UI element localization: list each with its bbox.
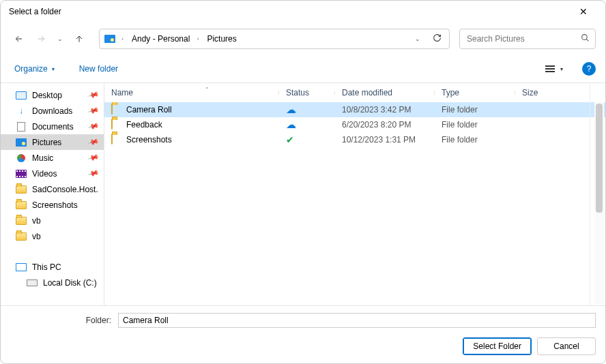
folder-icon: [16, 215, 27, 226]
sidebar-item-label: Pictures: [32, 138, 61, 147]
list-view-icon: [545, 65, 555, 72]
desktop-icon: [16, 90, 27, 101]
column-date[interactable]: Date modified: [335, 88, 435, 97]
close-button[interactable]: ✕: [570, 6, 597, 17]
folder-label: Folder:: [10, 316, 111, 325]
column-size[interactable]: Size: [515, 88, 605, 97]
folder-input[interactable]: [118, 313, 596, 328]
picture-icon: [16, 137, 27, 148]
search-icon: [581, 33, 590, 44]
sidebar: Desktop 📌 ↓ Downloads 📌 Documents 📌 Pict…: [1, 83, 104, 305]
folder-icon: [111, 134, 122, 145]
chevron-down-icon: ▾: [560, 66, 563, 72]
help-button[interactable]: ?: [582, 62, 596, 76]
new-folder-button[interactable]: New folder: [75, 61, 122, 76]
footer: Folder: Select Folder Cancel: [1, 305, 605, 363]
window-title: Select a folder: [9, 7, 570, 16]
file-name: Screenshots: [126, 135, 172, 145]
folder-icon: [16, 231, 27, 242]
breadcrumb-segment[interactable]: Pictures: [203, 34, 240, 44]
synced-icon: ✔: [286, 134, 294, 145]
scrollbar[interactable]: [594, 102, 604, 304]
breadcrumb-segment[interactable]: Andy - Personal: [128, 34, 194, 44]
sidebar-item-label: Screenshots: [32, 200, 78, 210]
sidebar-item-label: Documents: [32, 122, 74, 132]
file-date: 10/12/2023 1:31 PM: [335, 135, 435, 145]
sidebar-item-label: Music: [32, 153, 53, 163]
sidebar-item-music[interactable]: Music 📌: [1, 150, 104, 166]
body: Desktop 📌 ↓ Downloads 📌 Documents 📌 Pict…: [1, 82, 605, 305]
pin-icon: 📌: [87, 89, 100, 101]
sidebar-item-vb[interactable]: vb: [1, 228, 104, 244]
file-type: File folder: [435, 120, 515, 130]
search-input[interactable]: [465, 33, 581, 44]
sidebar-item-desktop[interactable]: Desktop 📌: [1, 87, 104, 103]
folder-icon: [111, 104, 122, 115]
pc-icon: [16, 262, 27, 273]
refresh-button[interactable]: [427, 33, 446, 44]
table-row[interactable]: Feedback ☁ 6/20/2023 8:20 PM File folder: [104, 117, 605, 132]
forward-button[interactable]: [32, 30, 50, 48]
nav-bar: ⌄ › Andy - Personal › Pictures ⌄: [1, 22, 605, 55]
cancel-button[interactable]: Cancel: [537, 337, 596, 355]
column-name[interactable]: Name ˄: [104, 88, 279, 97]
disk-icon: [27, 277, 38, 288]
sidebar-item-sadconsole[interactable]: SadConsole.Host.: [1, 181, 104, 197]
pin-icon: 📌: [87, 151, 100, 164]
column-headers: Name ˄ Status Date modified Type Size: [104, 83, 605, 102]
svg-point-0: [582, 35, 588, 40]
file-type: File folder: [435, 135, 515, 145]
sidebar-item-documents[interactable]: Documents 📌: [1, 119, 104, 134]
column-status[interactable]: Status: [279, 88, 335, 97]
sidebar-item-screenshots[interactable]: Screenshots: [1, 197, 104, 213]
sidebar-item-videos[interactable]: Videos 📌: [1, 166, 104, 181]
file-name: Camera Roll: [126, 105, 172, 115]
sidebar-item-this-pc[interactable]: This PC: [1, 259, 104, 275]
select-folder-button[interactable]: Select Folder: [463, 337, 532, 355]
sidebar-item-local-disk[interactable]: Local Disk (C:): [1, 275, 104, 290]
document-icon: [16, 121, 27, 132]
file-rows: Camera Roll ☁ 10/8/2023 3:42 PM File fol…: [104, 102, 605, 305]
sidebar-item-label: Downloads: [32, 106, 72, 116]
organize-label: Organize: [14, 64, 48, 74]
recent-locations-button[interactable]: ⌄: [54, 30, 66, 48]
cloud-icon: ☁: [286, 119, 296, 131]
music-icon: [16, 153, 27, 164]
sidebar-item-label: vb: [32, 216, 41, 226]
sidebar-item-downloads[interactable]: ↓ Downloads 📌: [1, 103, 104, 119]
table-row[interactable]: Camera Roll ☁ 10/8/2023 3:42 PM File fol…: [104, 102, 605, 117]
video-icon: [16, 168, 27, 179]
location-icon: [102, 31, 117, 46]
sidebar-item-vb[interactable]: vb: [1, 213, 104, 228]
organize-button[interactable]: Organize ▾: [10, 61, 59, 76]
column-type[interactable]: Type: [435, 88, 515, 97]
pin-icon: 📌: [87, 136, 100, 148]
new-folder-label: New folder: [79, 64, 118, 74]
sort-asc-icon: ˄: [205, 87, 209, 93]
sidebar-item-label: Local Disk (C:): [43, 278, 97, 288]
pin-icon: 📌: [87, 120, 100, 132]
breadcrumb-history-button[interactable]: ⌄: [409, 35, 426, 42]
folder-icon: [16, 184, 27, 195]
sidebar-item-label: Videos: [32, 169, 57, 179]
column-divider: [590, 83, 590, 305]
search-box[interactable]: [459, 29, 596, 49]
button-row: Select Folder Cancel: [10, 337, 596, 355]
folder-name-row: Folder:: [10, 313, 596, 328]
sidebar-item-pictures[interactable]: Pictures 📌: [1, 134, 104, 150]
download-icon: ↓: [16, 106, 27, 117]
title-bar: Select a folder ✕: [1, 1, 605, 22]
chevron-down-icon: ▾: [52, 66, 55, 72]
chevron-right-icon: ›: [194, 35, 201, 42]
breadcrumb[interactable]: › Andy - Personal › Pictures ⌄: [99, 29, 450, 49]
view-options-button[interactable]: ▾: [543, 63, 566, 75]
scrollbar-thumb[interactable]: [596, 104, 603, 213]
pin-icon: 📌: [87, 167, 100, 179]
sidebar-item-label: vb: [32, 232, 41, 241]
pin-icon: 📌: [87, 104, 100, 117]
folder-icon: [16, 200, 27, 211]
up-button[interactable]: [70, 30, 88, 48]
file-date: 10/8/2023 3:42 PM: [335, 105, 435, 115]
table-row[interactable]: Screenshots ✔ 10/12/2023 1:31 PM File fo…: [104, 132, 605, 147]
back-button[interactable]: [10, 30, 28, 48]
